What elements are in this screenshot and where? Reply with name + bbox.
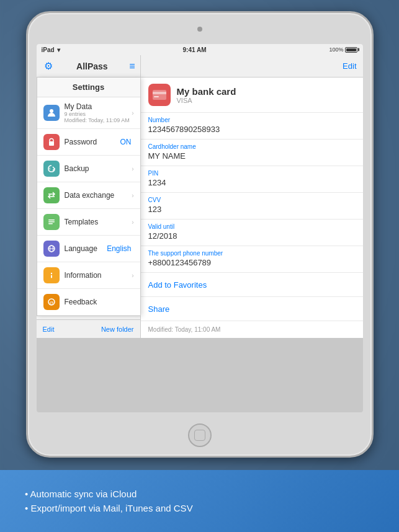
- field-valid: Valid until 12/2018: [141, 219, 363, 246]
- status-time: 9:41 AM: [183, 47, 207, 53]
- my-data-chevron: ›: [132, 110, 133, 117]
- app-title: AllPass: [76, 61, 108, 71]
- my-data-sub1: 9 entries: [65, 111, 132, 117]
- field-support-value: +8800123456789: [148, 258, 356, 267]
- feedback-label: Feedback: [65, 298, 134, 306]
- backup-chevron: ›: [132, 166, 133, 172]
- sidebar-edit-button[interactable]: Edit: [43, 326, 55, 333]
- card-subtitle: VISA: [177, 97, 236, 104]
- templates-icon: [43, 214, 60, 230]
- settings-item-my-data[interactable]: My Data 9 entries Modified: Today, 11:09…: [37, 97, 140, 129]
- settings-item-feedback[interactable]: @ Feedback: [37, 289, 140, 316]
- templates-label: Templates: [65, 218, 132, 226]
- field-pin-value: 1234: [148, 178, 356, 187]
- svg-text:@: @: [48, 300, 53, 306]
- data-exchange-label: Data exchange: [65, 191, 132, 200]
- menu-icon[interactable]: ≡: [129, 61, 135, 72]
- language-icon: [43, 241, 60, 257]
- svg-rect-13: [153, 92, 166, 94]
- ipad-frame: iPad ▾ 9:41 AM 100% ⚙ AllPass ≡: [26, 11, 374, 458]
- my-data-label: My Data: [65, 102, 132, 111]
- field-number-value: 1234567890258933: [148, 125, 356, 134]
- svg-rect-4: [48, 223, 53, 224]
- field-cvv-value: 123: [148, 205, 356, 214]
- settings-item-language[interactable]: Language English: [37, 236, 140, 262]
- svg-rect-14: [154, 96, 159, 97]
- field-pin-label: PIN: [148, 170, 356, 177]
- settings-item-backup[interactable]: Backup ›: [37, 156, 140, 182]
- data-exchange-chevron: ›: [132, 192, 133, 199]
- information-chevron: ›: [132, 272, 133, 279]
- battery-icon: [345, 47, 357, 53]
- feature-1: • Automatic sync via iCloud: [25, 489, 137, 499]
- password-icon: [43, 134, 60, 150]
- field-valid-label: Valid until: [148, 223, 356, 230]
- gear-icon[interactable]: ⚙: [42, 60, 55, 73]
- camera: [197, 27, 202, 32]
- svg-point-0: [50, 109, 53, 113]
- sidebar-bottom: Edit New folder: [37, 319, 140, 338]
- data-exchange-icon: [43, 187, 60, 203]
- sidebar-new-folder-button[interactable]: New folder: [101, 326, 134, 333]
- card-title-group: My bank card VISA: [177, 86, 236, 104]
- backup-icon: [43, 161, 60, 177]
- action-favorites[interactable]: Add to Favorites: [141, 273, 363, 297]
- svg-rect-2: [48, 219, 55, 221]
- nav-bar: ⚙ AllPass ≡: [37, 55, 140, 78]
- field-valid-value: 12/2018: [148, 231, 356, 241]
- home-button-inner: [194, 430, 205, 441]
- backup-label: Backup: [65, 164, 132, 173]
- settings-item-templates[interactable]: Templates ›: [37, 209, 140, 236]
- my-data-icon: [43, 105, 60, 121]
- password-value: ON: [120, 138, 132, 146]
- field-cvv-label: CVV: [148, 197, 356, 203]
- settings-item-data-exchange[interactable]: Data exchange ›: [37, 182, 140, 209]
- svg-rect-12: [153, 90, 166, 100]
- templates-chevron: ›: [132, 219, 133, 226]
- my-data-sub2: Modified: Today, 11:09 AM: [65, 117, 132, 123]
- features-bar: • Automatic sync via iCloud • Export/imp…: [0, 470, 399, 532]
- settings-item-password[interactable]: Password ON: [37, 129, 140, 156]
- svg-rect-1: [49, 141, 54, 146]
- field-support-label: The support phone number: [148, 250, 356, 257]
- language-value: English: [107, 244, 131, 253]
- home-button[interactable]: [188, 423, 212, 447]
- card-detail: My bank card VISA Number 123456789025893…: [141, 78, 363, 338]
- card-header: My bank card VISA: [141, 78, 363, 113]
- status-carrier: iPad ▾: [42, 47, 60, 53]
- content-edit-button[interactable]: Edit: [343, 61, 356, 71]
- field-cardholder-value: MY NAME: [148, 151, 356, 161]
- field-cardholder: Cardholder name MY NAME: [141, 140, 363, 166]
- modified-text: Modified: Today, 11:00 AM: [141, 321, 363, 338]
- card-title: My bank card: [177, 86, 236, 97]
- app-body: ⚙ AllPass ≡ Settings: [37, 55, 363, 338]
- svg-point-8: [50, 273, 52, 274]
- card-type-icon: [148, 84, 171, 106]
- information-label: Information: [65, 271, 132, 280]
- share-link[interactable]: Share: [148, 304, 170, 314]
- feature-2: • Export/import via Mail, iTunes and CSV: [25, 503, 193, 513]
- settings-title: Settings: [37, 78, 140, 97]
- language-label: Language: [65, 244, 107, 253]
- wifi-icon: ▾: [57, 47, 60, 53]
- field-number: Number 1234567890258933: [141, 113, 363, 140]
- svg-rect-9: [51, 275, 52, 278]
- field-number-label: Number: [148, 117, 356, 123]
- field-cardholder-label: Cardholder name: [148, 143, 356, 150]
- password-label: Password: [65, 138, 120, 146]
- field-pin: PIN 1234: [141, 166, 363, 193]
- action-share[interactable]: Share: [141, 297, 363, 321]
- field-cvv: CVV 123: [141, 193, 363, 219]
- settings-item-information[interactable]: Information ›: [37, 262, 140, 289]
- information-icon: [43, 267, 60, 283]
- status-bar: iPad ▾ 9:41 AM 100%: [37, 44, 363, 55]
- ipad-screen: iPad ▾ 9:41 AM 100% ⚙ AllPass ≡: [37, 44, 363, 412]
- add-favorites-link[interactable]: Add to Favorites: [148, 280, 207, 290]
- settings-panel: Settings My Data 9 entries Modif: [37, 78, 141, 316]
- status-battery: 100%: [329, 47, 357, 53]
- my-data-text: My Data 9 entries Modified: Today, 11:09…: [65, 102, 132, 123]
- svg-rect-3: [48, 221, 55, 223]
- sidebar: ⚙ AllPass ≡ Settings: [37, 55, 141, 338]
- content-area: Edit My bank car: [141, 55, 363, 338]
- feedback-icon: @: [43, 294, 60, 310]
